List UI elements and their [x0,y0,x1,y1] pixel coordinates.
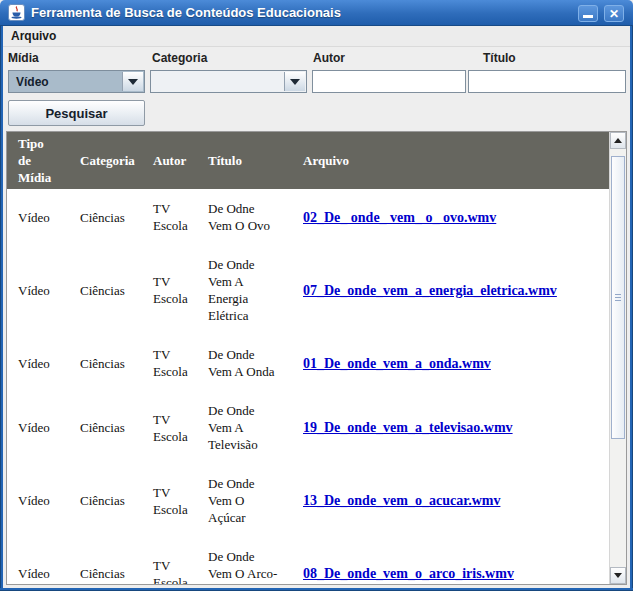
window-title: Ferramenta de Busca de Conteúdos Educaci… [31,5,341,20]
cell-tipo-de-midia: Vídeo [7,209,69,226]
cell-arquivo: 01_De_onde_vem_a_onda.wmv [292,355,609,372]
cell-arquivo: 19_De_onde_vem_a_televisao.wmv [292,419,609,436]
titlebar[interactable]: Ferramenta de Busca de Conteúdos Educaci… [0,0,633,26]
cell-titulo: De Onde Vem A Televisão [197,402,292,453]
cell-categoria: Ciências [69,419,142,436]
cell-titulo: De Odne Vem O Ovo [197,200,292,234]
column-header-titulo[interactable]: Título [197,152,292,169]
table-row[interactable]: Vídeo Ciências TV Escola De Onde Vem O A… [7,464,609,537]
chevron-down-icon [128,79,138,90]
table-row[interactable]: Vídeo Ciências TV Escola De Onde Vem A E… [7,245,609,335]
scrollbar-grip-icon [615,294,621,302]
column-header-categoria[interactable]: Categoria [69,152,142,169]
scrollbar-down-button[interactable] [610,567,626,584]
menu-arquivo[interactable]: Arquivo [3,29,64,43]
java-app-icon [8,4,25,21]
cell-categoria: Ciências [69,209,142,226]
midia-combobox-value: Vídeo [10,72,121,91]
cell-categoria: Ciências [69,282,142,299]
midia-combobox[interactable]: Vídeo [8,70,145,93]
table-body: Vídeo Ciências TV Escola De Odne Vem O O… [7,189,609,584]
app-window: Ferramenta de Busca de Conteúdos Educaci… [0,0,633,591]
cell-titulo: De Onde Vem O Arco-Íris [197,548,292,584]
cell-titulo: De Onde Vem A Onda [197,346,292,380]
categoria-combobox-arrow-button[interactable] [284,72,305,91]
scrollbar-up-button[interactable] [610,132,626,149]
file-link[interactable]: 01_De_onde_vem_a_onda.wmv [303,356,491,371]
table-row[interactable]: Vídeo Ciências TV Escola De Onde Vem O A… [7,537,609,584]
autor-input[interactable] [312,70,466,93]
cell-tipo-de-midia: Vídeo [7,355,69,372]
arrow-down-icon [614,573,622,582]
table-row[interactable]: Vídeo Ciências TV Escola De Onde Vem A O… [7,335,609,391]
cell-autor: TV Escola [142,346,197,380]
cell-titulo: De Onde Vem A Energia Elétrica [197,256,292,324]
cell-tipo-de-midia: Vídeo [7,492,69,509]
midia-label: Mídia [8,51,39,65]
minimize-button[interactable] [578,5,598,22]
cell-tipo-de-midia: Vídeo [7,282,69,299]
cell-tipo-de-midia: Vídeo [7,565,69,582]
column-header-arquivo[interactable]: Arquivo [292,152,609,169]
vertical-scrollbar[interactable] [609,132,626,584]
cell-tipo-de-midia: Vídeo [7,419,69,436]
cell-arquivo: 08_De_onde_vem_o_arco_iris.wmv [292,565,609,582]
column-header-autor[interactable]: Autor [142,152,197,169]
file-link[interactable]: 13_De_onde_vem_o_acucar.wmv [303,493,500,508]
cell-autor: TV Escola [142,557,197,585]
file-link[interactable]: 08_De_onde_vem_o_arco_iris.wmv [303,566,514,581]
table-header-row: Tipo de Mídia Categoria Autor Título Arq… [7,132,609,189]
results-table: Tipo de Mídia Categoria Autor Título Arq… [7,132,609,584]
minimize-icon [583,15,593,18]
cell-autor: TV Escola [142,411,197,445]
categoria-label: Categoria [152,51,207,65]
cell-autor: TV Escola [142,273,197,307]
titulo-label: Título [483,51,516,65]
window-border-left [0,26,3,591]
cell-arquivo: 02_De_ onde_ vem_ o_ ovo.wmv [292,209,609,226]
file-link[interactable]: 02_De_ onde_ vem_ o_ ovo.wmv [303,210,496,225]
titulo-input[interactable] [468,70,626,93]
scrollbar-thumb[interactable] [611,156,625,439]
results-table-panel: Tipo de Mídia Categoria Autor Título Arq… [6,131,627,585]
pesquisar-button[interactable]: Pesquisar [8,100,145,126]
categoria-combobox-value [152,72,283,91]
midia-combobox-arrow-button[interactable] [122,72,143,91]
file-link[interactable]: 19_De_onde_vem_a_televisao.wmv [303,420,513,435]
cell-categoria: Ciências [69,565,142,582]
column-header-tipo-de-midia[interactable]: Tipo de Mídia [7,135,69,186]
cell-categoria: Ciências [69,492,142,509]
chevron-down-icon [290,79,300,90]
close-button[interactable]: ✕ [604,5,624,22]
table-row[interactable]: Vídeo Ciências TV Escola De Odne Vem O O… [7,189,609,245]
cell-autor: TV Escola [142,484,197,518]
cell-titulo: De Onde Vem O Açúcar [197,475,292,526]
arrow-up-icon [614,134,622,143]
categoria-combobox[interactable] [150,70,307,93]
menubar: Arquivo [3,26,630,47]
table-row[interactable]: Vídeo Ciências TV Escola De Onde Vem A T… [7,391,609,464]
cell-arquivo: 13_De_onde_vem_o_acucar.wmv [292,492,609,509]
cell-categoria: Ciências [69,355,142,372]
file-link[interactable]: 07_De_onde_vem_a_energia_eletrica.wmv [303,283,557,298]
close-icon: ✕ [605,6,623,21]
cell-arquivo: 07_De_onde_vem_a_energia_eletrica.wmv [292,282,609,299]
autor-label: Autor [313,51,345,65]
cell-autor: TV Escola [142,200,197,234]
